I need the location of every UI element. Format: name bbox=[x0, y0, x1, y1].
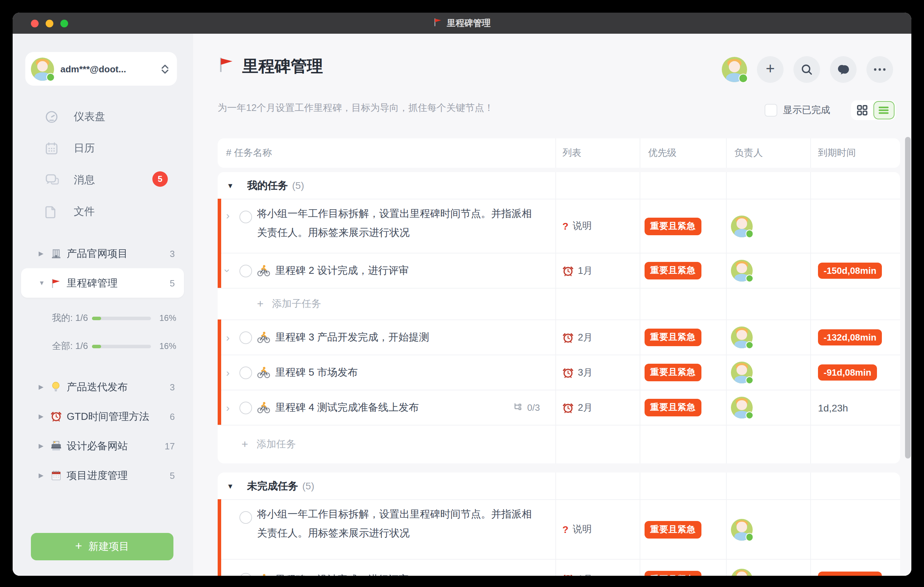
ellipsis-icon bbox=[873, 68, 886, 71]
project-name: 产品官网项目 bbox=[67, 247, 170, 260]
bike-icon bbox=[257, 402, 270, 414]
file-icon bbox=[45, 205, 59, 218]
account-switcher[interactable]: adm***@doot... bbox=[25, 52, 177, 86]
complete-toggle[interactable] bbox=[239, 331, 252, 344]
project-name: 设计必备网站 bbox=[67, 439, 165, 453]
sidebar-project-product-site[interactable]: ▶产品官网项目3 bbox=[13, 239, 193, 268]
task-row[interactable]: ›里程碑 2 设计完成，进行评审1月重要且紧急-150d,08min bbox=[218, 253, 900, 288]
building-icon bbox=[51, 248, 63, 259]
triangle-right-icon[interactable]: ▶ bbox=[39, 472, 47, 479]
add-subtask-row[interactable]: +添加子任务 bbox=[218, 288, 900, 320]
task-row[interactable]: ›里程碑 4 测试完成准备线上发布0/32月重要且紧急1d,23h bbox=[218, 390, 900, 425]
sidebar-project-design-sites[interactable]: ▶设计必备网站17 bbox=[13, 431, 193, 461]
page-subtitle: 为一年12个月设置工作里程碑，目标为导向，抓住每个关键节点！ bbox=[218, 102, 493, 114]
close-window-button[interactable] bbox=[31, 19, 39, 27]
window-title: 里程碑管理 bbox=[434, 17, 491, 29]
sidebar-item-files[interactable]: 文件 bbox=[13, 196, 193, 228]
app-window: 里程碑管理 adm***@doot... 仪表盘日历消息5文件 ▶产品官网项目3… bbox=[13, 13, 911, 576]
account-email: adm***@doot... bbox=[60, 64, 162, 74]
bulb-icon bbox=[51, 381, 63, 392]
add-row-label: 添加任务 bbox=[257, 438, 296, 451]
task-row[interactable]: 里程碑 2 设计完成，进行评审1月重要且紧急-150d,08min bbox=[218, 559, 900, 576]
list-cell: 1月 bbox=[555, 560, 640, 576]
show-completed-checkbox[interactable] bbox=[765, 104, 777, 117]
messages-button[interactable] bbox=[830, 56, 856, 83]
more-button[interactable] bbox=[866, 56, 893, 83]
alarm-icon bbox=[563, 402, 574, 413]
screen: 里程碑管理 adm***@doot... 仪表盘日历消息5文件 ▶产品官网项目3… bbox=[0, 0, 924, 587]
new-project-button[interactable]: + 新建项目 bbox=[31, 533, 173, 560]
task-row[interactable]: ›里程碑 3 产品开发完成，开始提测2月重要且紧急-132d,08min bbox=[218, 320, 900, 355]
list-cell: 2月 bbox=[555, 391, 640, 425]
assignee-cell bbox=[726, 320, 810, 355]
window-titlebar: 里程碑管理 bbox=[13, 13, 911, 34]
chevron-right-icon[interactable]: › bbox=[226, 366, 239, 378]
sidebar-item-label: 消息 bbox=[74, 173, 95, 187]
sidebar-item-messages[interactable]: 消息5 bbox=[13, 164, 193, 196]
progress-percent: 16% bbox=[159, 313, 176, 323]
chevron-updown-icon bbox=[162, 64, 168, 73]
complete-toggle[interactable] bbox=[239, 211, 252, 223]
group-name: 我的任务 bbox=[247, 179, 288, 192]
chevron-down-icon[interactable]: › bbox=[226, 265, 239, 277]
grid-view-button[interactable] bbox=[851, 105, 873, 116]
zoom-window-button[interactable] bbox=[60, 19, 68, 27]
complete-toggle[interactable] bbox=[239, 511, 252, 524]
add-task-row[interactable]: +添加任务 bbox=[218, 425, 900, 463]
search-button[interactable] bbox=[794, 56, 820, 83]
triangle-down-icon[interactable]: ▼ bbox=[227, 482, 237, 490]
complete-toggle[interactable] bbox=[239, 401, 252, 414]
due-badge: -91d,08min bbox=[818, 364, 877, 381]
triangle-right-icon[interactable]: ▶ bbox=[39, 413, 47, 420]
bike-icon bbox=[257, 331, 270, 343]
grid-icon bbox=[856, 105, 868, 116]
priority-badge: 重要且紧急 bbox=[645, 217, 701, 235]
minimize-window-button[interactable] bbox=[46, 19, 53, 27]
task-row[interactable]: 将小组一年工作目标拆解，设置出里程碑时间节点。并指派相关责任人。用标签来展示进行… bbox=[218, 499, 900, 559]
triangle-right-icon[interactable]: ▶ bbox=[39, 383, 47, 391]
scrollbar-thumb[interactable] bbox=[905, 137, 911, 458]
column-header: 到期时间 bbox=[810, 147, 900, 159]
complete-toggle[interactable] bbox=[239, 366, 252, 379]
task-title: 里程碑 2 设计完成，进行评审 bbox=[275, 570, 409, 576]
column-header: 列表 bbox=[555, 147, 640, 159]
task-name-cell: ›里程碑 5 市场发布 bbox=[218, 355, 555, 390]
gauge-icon bbox=[45, 110, 59, 124]
chat-icon bbox=[836, 63, 850, 76]
add-button[interactable]: + bbox=[757, 56, 784, 83]
group-header[interactable]: ▼我的任务(5) bbox=[218, 172, 900, 199]
project-count: 6 bbox=[170, 411, 175, 422]
sidebar-item-dashboard[interactable]: 仪表盘 bbox=[13, 101, 193, 133]
list-value: 2月 bbox=[578, 401, 592, 414]
complete-toggle[interactable] bbox=[239, 573, 252, 576]
question-icon: ? bbox=[563, 221, 568, 232]
task-title: 将小组一年工作目标拆解，设置出里程碑时间节点。并指派相关责任人。用标签来展示进行… bbox=[257, 204, 536, 242]
chevron-right-icon[interactable]: › bbox=[226, 331, 239, 343]
sidebar-item-calendar[interactable]: 日历 bbox=[13, 133, 193, 164]
list-cell: 1月 bbox=[555, 254, 640, 288]
all-progress: 全部: 1/616% bbox=[13, 332, 193, 360]
view-toggle bbox=[851, 101, 896, 120]
flag-icon bbox=[51, 278, 63, 288]
triangle-right-icon[interactable]: ▶ bbox=[39, 250, 47, 257]
triangle-right-icon[interactable]: ▶ bbox=[39, 442, 47, 449]
complete-toggle[interactable] bbox=[239, 264, 252, 277]
progress-bar bbox=[92, 345, 151, 348]
chevron-right-icon[interactable]: › bbox=[226, 209, 239, 221]
bike-icon bbox=[257, 265, 270, 277]
sidebar-project-milestone[interactable]: ▼里程碑管理5 bbox=[13, 268, 193, 298]
sidebar-project-progress-mgmt[interactable]: ▶项目进度管理5 bbox=[13, 461, 193, 490]
chevron-right-icon[interactable]: › bbox=[226, 402, 239, 414]
list-view-button[interactable] bbox=[873, 101, 894, 119]
group-header[interactable]: ▼未完成任务(5) bbox=[218, 473, 900, 499]
sidebar-project-gtd[interactable]: ▶GTD时间管理方法6 bbox=[13, 402, 193, 431]
user-avatar[interactable] bbox=[722, 57, 747, 82]
task-row[interactable]: ›将小组一年工作目标拆解，设置出里程碑时间节点。并指派相关责任人。用标签来展示进… bbox=[218, 199, 900, 253]
task-row[interactable]: ›里程碑 5 市场发布3月重要且紧急-91d,08min bbox=[218, 355, 900, 390]
triangle-down-icon[interactable]: ▼ bbox=[39, 279, 47, 287]
sidebar-project-iteration-release[interactable]: ▶产品迭代发布3 bbox=[13, 372, 193, 402]
assignee-cell bbox=[726, 500, 810, 559]
task-group: ▼我的任务(5)›将小组一年工作目标拆解，设置出里程碑时间节点。并指派相关责任人… bbox=[218, 172, 900, 463]
triangle-down-icon[interactable]: ▼ bbox=[227, 181, 237, 189]
project-count: 3 bbox=[170, 248, 175, 259]
